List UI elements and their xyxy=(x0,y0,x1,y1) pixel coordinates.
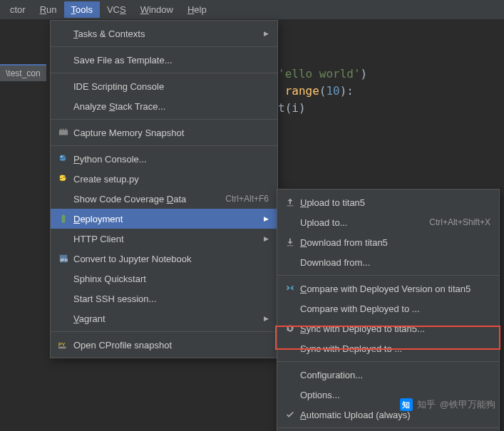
menu-separator xyxy=(277,275,499,276)
menubar-item-vcs[interactable]: VCS xyxy=(100,1,133,18)
menubar-item-refactor[interactable]: ctor xyxy=(3,1,33,18)
blank-icon xyxy=(283,303,297,314)
menu-separator xyxy=(277,361,499,362)
menu-item-label: Configuration... xyxy=(300,370,490,380)
deploy-item-compare-with-deployed-version-on-titan5[interactable]: Compare with Deployed Version on titan5 xyxy=(277,279,499,298)
file-tab[interactable]: \test_con xyxy=(0,64,46,81)
memory-icon xyxy=(56,127,71,138)
menu-item-label: Save File as Template... xyxy=(73,55,269,66)
blank-icon xyxy=(56,100,71,112)
tools-item-http-client[interactable]: HTTP Client▶ xyxy=(51,229,277,249)
menubar-item-help[interactable]: Help xyxy=(180,1,214,18)
tools-item-analyze-stack-trace[interactable]: Analyze Stack Trace... xyxy=(51,96,277,116)
check-icon xyxy=(283,409,297,420)
menu-shortcut: Ctrl+Alt+Shift+X xyxy=(429,217,490,227)
menu-item-label: Convert to Jupyter Notebook xyxy=(73,254,269,264)
menu-item-label: Open CProfile snapshot xyxy=(73,340,269,350)
menu-item-label: Python Console... xyxy=(73,154,269,165)
tools-item-tasks-contexts[interactable]: Tasks & Contexts▶ xyxy=(51,24,277,43)
svg-rect-3 xyxy=(66,129,67,130)
blank-icon xyxy=(56,313,71,324)
menu-item-label: IDE Scripting Console xyxy=(73,81,269,92)
tools-item-deployment[interactable]: Deployment▶ xyxy=(51,209,277,229)
tools-item-save-file-as-template[interactable]: Save File as Template... xyxy=(51,50,277,70)
tools-item-capture-memory-snapshot[interactable]: Capture Memory Snapshot xyxy=(51,123,277,142)
deploy-item-download-from[interactable]: Download from... xyxy=(277,252,499,272)
watermark: 知 知乎 @铁甲万能狗 xyxy=(400,398,495,411)
svg-rect-8 xyxy=(58,347,66,349)
deployment-submenu: Upload to titan5Upload to...Ctrl+Alt+Shi… xyxy=(277,189,500,431)
blank-icon xyxy=(56,193,71,204)
svg-text:PY: PY xyxy=(58,342,66,347)
menubar-item-tools[interactable]: Tools xyxy=(64,1,100,18)
deploy-item-sync-with-deployed-to[interactable]: Sync with Deployed to ... xyxy=(277,338,499,358)
menu-separator xyxy=(51,119,277,120)
menu-item-label: Tasks & Contexts xyxy=(73,28,258,39)
upload-icon xyxy=(283,197,297,208)
tools-item-convert-to-jupyter-notebook[interactable]: IPNConvert to Jupyter Notebook xyxy=(51,249,277,269)
tools-item-create-setup-py[interactable]: Create setup.py xyxy=(51,169,277,189)
menubar-item-run[interactable]: Run xyxy=(33,1,64,18)
tools-item-show-code-coverage-data[interactable]: Show Code Coverage DataCtrl+Alt+F6 xyxy=(51,189,277,209)
deploy-item-upload-to-titan5[interactable]: Upload to titan5 xyxy=(277,192,499,212)
download-icon xyxy=(283,237,297,248)
menu-item-label: Deployment xyxy=(73,214,258,224)
svg-point-4 xyxy=(61,156,63,157)
submenu-arrow-icon: ▶ xyxy=(264,235,269,242)
deploy-item-compare-with-deployed-to[interactable]: Compare with Deployed to ... xyxy=(277,298,499,318)
pyc-icon xyxy=(56,153,71,165)
menu-item-label: Download from titan5 xyxy=(300,237,490,248)
editor-area: 'ello world') range(10): t(i) xyxy=(278,66,367,117)
menu-item-label: Compare with Deployed Version on titan5 xyxy=(300,284,490,294)
compare-icon xyxy=(283,283,297,294)
blank-icon xyxy=(283,217,297,228)
blank-icon xyxy=(283,389,297,400)
tools-item-python-console[interactable]: Python Console... xyxy=(51,149,277,169)
deploy-item-configuration[interactable]: Configuration... xyxy=(277,365,499,385)
deploy-item-upload-to[interactable]: Upload to...Ctrl+Alt+Shift+X xyxy=(277,212,499,232)
menu-item-label: Download from... xyxy=(300,257,490,268)
menu-separator xyxy=(51,73,277,73)
svg-rect-2 xyxy=(63,129,64,130)
blank-icon xyxy=(283,256,297,268)
menu-item-label: Upload to titan5 xyxy=(300,197,490,208)
deploy-icon xyxy=(56,213,71,224)
blank-icon xyxy=(283,369,297,380)
menu-separator xyxy=(51,331,277,332)
blank-icon xyxy=(283,343,297,354)
menu-item-label: Compare with Deployed to ... xyxy=(300,303,490,314)
jupyter-icon: IPN xyxy=(56,253,71,264)
menubar-item-window[interactable]: Window xyxy=(133,1,180,18)
menu-item-label: Upload to... xyxy=(300,217,429,228)
blank-icon xyxy=(56,54,71,66)
tools-item-ide-scripting-console[interactable]: IDE Scripting Console xyxy=(51,76,277,96)
menu-item-label: Vagrant xyxy=(73,313,258,324)
menubar: ctor Run Tools VCS Window Help xyxy=(0,0,504,20)
deploy-item-download-from-titan5[interactable]: Download from titan5 xyxy=(277,232,499,252)
tools-item-sphinx-quickstart[interactable]: Sphinx Quickstart xyxy=(51,269,277,289)
menu-separator xyxy=(51,46,277,47)
menu-item-label: Capture Memory Snapshot xyxy=(73,128,269,138)
tools-item-open-cprofile-snapshot[interactable]: PYOpen CProfile snapshot xyxy=(51,335,277,355)
menu-item-label: Sync with Deployed to titan5... xyxy=(300,323,490,334)
menu-item-label: Analyze Stack Trace... xyxy=(73,101,269,112)
blank-icon xyxy=(56,293,71,304)
menu-item-label: Create setup.py xyxy=(73,174,269,185)
menu-item-label: Start SSH session... xyxy=(73,294,269,304)
menu-separator xyxy=(51,145,277,146)
menu-item-label: Sync with Deployed to ... xyxy=(300,343,490,354)
svg-rect-1 xyxy=(61,129,62,130)
menu-item-label: Sphinx Quickstart xyxy=(73,274,269,284)
pyprof-icon: PY xyxy=(56,339,71,350)
svg-rect-0 xyxy=(59,130,68,135)
tools-item-vagrant[interactable]: Vagrant▶ xyxy=(51,308,277,328)
tools-item-start-ssh-session[interactable]: Start SSH session... xyxy=(51,289,277,308)
menu-shortcut: Ctrl+Alt+F6 xyxy=(225,194,269,204)
submenu-arrow-icon: ▶ xyxy=(264,30,269,37)
sync-icon xyxy=(283,323,297,334)
blank-icon xyxy=(56,81,71,92)
deploy-item-sync-with-deployed-to-titan5[interactable]: Sync with Deployed to titan5... xyxy=(277,318,499,338)
blank-icon xyxy=(56,28,71,39)
submenu-arrow-icon: ▶ xyxy=(264,215,269,222)
svg-text:IPN: IPN xyxy=(61,257,68,262)
